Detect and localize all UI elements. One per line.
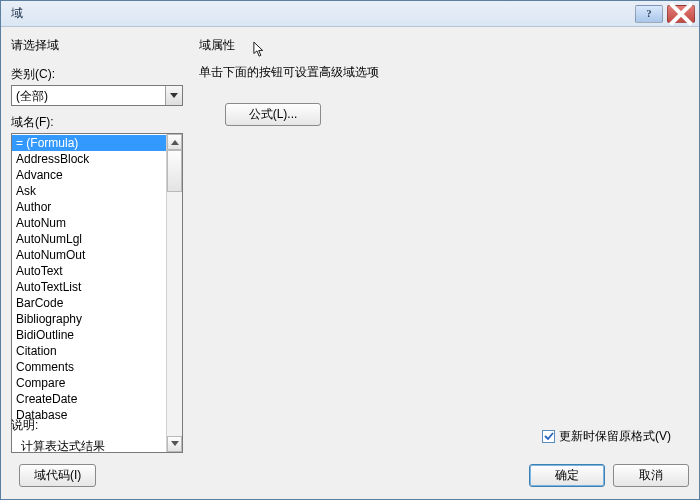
check-icon	[544, 432, 554, 441]
formula-button[interactable]: 公式(L)...	[225, 103, 321, 126]
scroll-track[interactable]	[167, 150, 182, 436]
combo-dropdown-button[interactable]	[165, 86, 182, 105]
help-button[interactable]: ?	[635, 5, 663, 23]
list-item[interactable]: AutoText	[12, 263, 166, 279]
title-bar: 域 ?	[1, 1, 699, 27]
chevron-down-icon	[170, 93, 178, 99]
listbox-scrollbar[interactable]	[166, 134, 182, 452]
right-pane: 域属性 单击下面的按钮可设置高级域选项 公式(L)... 更新时保留原格式(V)	[183, 35, 689, 453]
field-properties-note: 单击下面的按钮可设置高级域选项	[199, 64, 689, 81]
scroll-down-button[interactable]	[167, 436, 182, 452]
list-item[interactable]: Bibliography	[12, 311, 166, 327]
bottom-bar: 域代码(I) 确定 取消	[1, 457, 699, 499]
close-button[interactable]	[667, 5, 695, 23]
chevron-up-icon	[171, 139, 179, 145]
list-item[interactable]: AutoTextList	[12, 279, 166, 295]
left-pane: 请选择域 类别(C): (全部) 域名(F): = (Formula)Addre…	[11, 35, 183, 453]
list-item[interactable]: CreateDate	[12, 391, 166, 407]
category-combo[interactable]: (全部)	[11, 85, 183, 106]
description-label: 说明:	[11, 417, 105, 434]
list-item[interactable]: AutoNum	[12, 215, 166, 231]
category-value: (全部)	[12, 86, 165, 105]
fieldname-listbox[interactable]: = (Formula)AddressBlockAdvanceAskAuthorA…	[11, 133, 183, 453]
description-block: 说明: 计算表达式结果	[11, 417, 105, 455]
ok-button[interactable]: 确定	[529, 464, 605, 487]
list-item[interactable]: AutoNumOut	[12, 247, 166, 263]
category-label: 类别(C):	[11, 66, 183, 83]
preserve-format-checkbox[interactable]	[542, 430, 555, 443]
list-item[interactable]: Advance	[12, 167, 166, 183]
list-item[interactable]: Comments	[12, 359, 166, 375]
field-properties-label: 域属性	[199, 38, 235, 52]
preserve-format-row[interactable]: 更新时保留原格式(V)	[542, 428, 671, 445]
scroll-up-button[interactable]	[167, 134, 182, 150]
list-item[interactable]: Author	[12, 199, 166, 215]
list-item[interactable]: = (Formula)	[12, 135, 166, 151]
fieldname-label: 域名(F):	[11, 114, 183, 131]
preserve-format-label: 更新时保留原格式(V)	[559, 428, 671, 445]
list-item[interactable]: AutoNumLgl	[12, 231, 166, 247]
window-title: 域	[11, 5, 631, 22]
cursor-icon	[253, 41, 267, 59]
list-item[interactable]: Compare	[12, 375, 166, 391]
list-item[interactable]: AddressBlock	[12, 151, 166, 167]
description-text: 计算表达式结果	[21, 438, 105, 455]
select-field-label: 请选择域	[11, 37, 183, 54]
chevron-down-icon	[171, 441, 179, 447]
cancel-button[interactable]: 取消	[613, 464, 689, 487]
scroll-thumb[interactable]	[167, 150, 182, 192]
list-item[interactable]: BidiOutline	[12, 327, 166, 343]
field-codes-button[interactable]: 域代码(I)	[19, 464, 96, 487]
close-icon	[668, 1, 694, 27]
list-item[interactable]: Citation	[12, 343, 166, 359]
list-item[interactable]: Ask	[12, 183, 166, 199]
list-item[interactable]: BarCode	[12, 295, 166, 311]
